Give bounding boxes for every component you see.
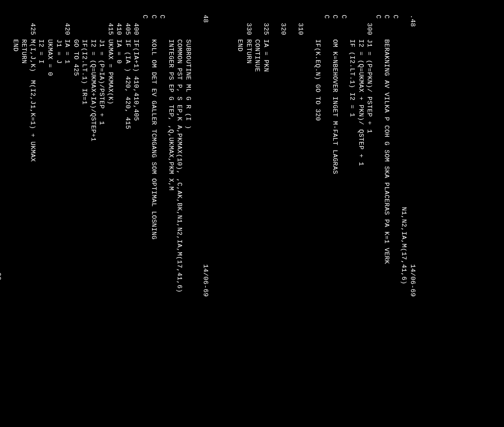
code-line: RETURN	[20, 15, 28, 64]
code-line: C	[141, 15, 149, 19]
code-line: 300 J1 = (P=PKN)/ PSTEP + 1	[366, 15, 373, 133]
code-line: 415 UKMAX = PKMAX(K)	[107, 15, 114, 105]
code-line: GO TO 425	[72, 15, 80, 76]
code-line: I2 = (Q=UKMAX + PKN)/ QSTEP + 1	[357, 15, 365, 166]
code-line: C OM K=NBEHOVER INGET M-FALT LAGRAS	[331, 15, 339, 174]
footer-page-number: 60	[0, 272, 2, 281]
code-line: 405 IF (IA ) 420, 420, 415	[124, 15, 131, 129]
code-line: 325 IA = PKN	[262, 15, 270, 72]
date-header: 14/06-69	[409, 264, 416, 296]
code-line: C	[323, 15, 330, 19]
code-line: CONTINUE	[253, 15, 261, 72]
code-line: 410 IA = 0	[115, 15, 123, 64]
code-line: C	[340, 15, 347, 19]
code-line: C	[158, 15, 166, 19]
code-line: COMMON PST P, S EP,K A,PKMAX(10), ,C,AK,…	[176, 15, 183, 293]
code-line: C KOLL OM DET EV GALLER TCMGANG SOM OPTI…	[150, 15, 158, 240]
page-marker-left: .48	[409, 15, 416, 27]
page-marker-left-2: 48	[202, 15, 209, 23]
code-line: I2 = I	[37, 15, 45, 64]
code-line: J1 = (P=IA)/PSTEP + 1	[98, 15, 105, 125]
code-line: IF (I2.LT.1) I2 = 1	[348, 15, 356, 117]
code-line: UKMAX = 0	[46, 15, 54, 76]
code-line: 320	[280, 15, 287, 35]
code-line: 400 IF(IA+1) 410,410,405	[133, 15, 140, 121]
code-line: END	[12, 15, 19, 52]
code-line: SUBROUTINE ML G R (I )	[185, 15, 192, 129]
date-header-2: 14/06-69	[202, 264, 209, 296]
code-line: IF(I2.LT.1) IR=1	[81, 15, 88, 105]
code-listing-page: .48 14/06-69 N1,N2,IA,M(17,41,6) C C BER…	[0, 0, 427, 427]
code-line: C BERAKNING AV VILKA P COH G SOM SKA PLA…	[383, 15, 390, 264]
code-line: 420 IA = 1	[63, 15, 71, 64]
code-line: 425 M(I,J,K) M(I2,J1,K=1) + UKMAX	[29, 15, 36, 162]
code-line: I2 = (Q=UKMAX+IA)/QSTEP+1	[90, 15, 97, 141]
code-line: 310	[297, 15, 304, 35]
code-line: INTEGER PS EP G TEP, ,Q,UKMAX,PKM X,M	[167, 15, 175, 191]
code-line: C	[392, 15, 399, 19]
code-line: 330 RETURN	[245, 15, 252, 64]
code-line: IF(K.EQ.N) GO TO 320	[314, 15, 321, 121]
continuation-line: N1,N2,IA,M(17,41,6)	[400, 15, 408, 285]
code-line: J1 = J	[55, 15, 63, 64]
code-line: C	[375, 15, 382, 19]
code-line: END	[236, 15, 244, 52]
